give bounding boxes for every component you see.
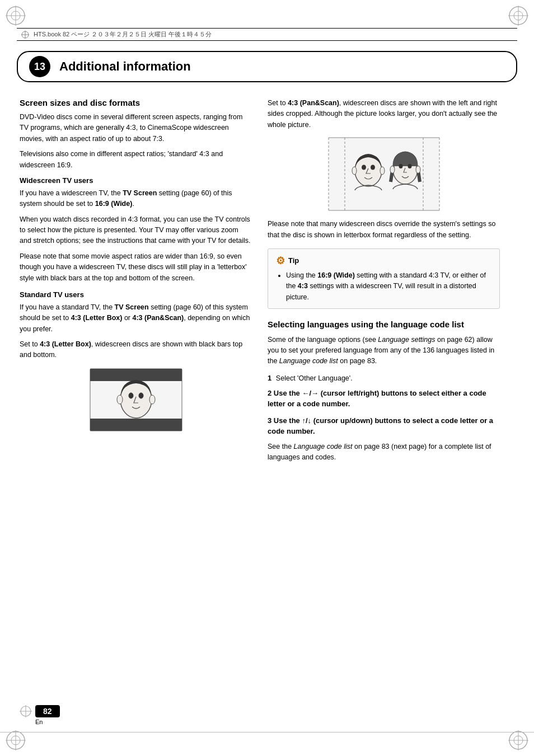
pan-scan-text: Set to 4:3 (Pan&Scan), widescreen discs … bbox=[268, 98, 500, 130]
right-column: Set to 4:3 (Pan&Scan), widescreen discs … bbox=[268, 98, 500, 463]
tip-bullet: Using the 16:9 (Wide) setting with a sta… bbox=[286, 270, 491, 303]
print-header-bar: HTS.book 82 ページ ２０３年２月２５日 火曜日 午後１時４５分 bbox=[17, 28, 517, 41]
panscan-face-illustration bbox=[328, 137, 440, 211]
standard-text2: Set to 4:3 (Letter Box), widescreen disc… bbox=[20, 339, 252, 361]
bottom-right-ornament bbox=[507, 729, 530, 752]
step-3: 3 Use the ↑/↓ (cursor up/down) buttons t… bbox=[268, 415, 500, 437]
chapter-number: 13 bbox=[29, 56, 50, 77]
svg-point-37 bbox=[371, 165, 375, 170]
svg-point-38 bbox=[352, 167, 357, 175]
tip-box: ⚙ Tip Using the 16:9 (Wide) setting with… bbox=[268, 248, 500, 309]
svg-rect-20 bbox=[90, 369, 182, 381]
svg-point-25 bbox=[117, 395, 123, 404]
print-line-text: HTS.book 82 ページ ２０３年２月２５日 火曜日 午後１時４５分 bbox=[34, 30, 212, 39]
step-3-note: See the Language code list on page 83 (n… bbox=[268, 442, 500, 463]
widescreen-text1: If you have a widescreen TV, the TV Scre… bbox=[20, 188, 252, 210]
step-1-number: 1 bbox=[268, 374, 271, 382]
tip-icon: ⚙ bbox=[276, 255, 285, 267]
svg-point-24 bbox=[139, 393, 143, 398]
tip-label: Tip bbox=[288, 256, 299, 265]
crosshair-small-icon bbox=[21, 31, 29, 39]
page-lang: En bbox=[35, 719, 43, 725]
step-1: 1 Select 'Other Language'. bbox=[268, 374, 500, 382]
selecting-intro: Some of the language options (see Langua… bbox=[268, 335, 500, 367]
letterbox-face-illustration bbox=[89, 368, 183, 432]
svg-rect-21 bbox=[90, 419, 182, 431]
svg-point-42 bbox=[407, 164, 411, 168]
widescreen-text3: Please note that some movie aspect ratio… bbox=[20, 251, 252, 284]
tip-content: Using the 16:9 (Wide) setting with a sta… bbox=[276, 270, 491, 303]
svg-point-41 bbox=[399, 164, 402, 168]
svg-point-26 bbox=[149, 395, 155, 404]
chapter-header: 13 Additional information bbox=[17, 51, 517, 82]
bottom-left-ornament bbox=[4, 729, 27, 752]
svg-point-43 bbox=[390, 166, 395, 173]
step-1-text: Select 'Other Language'. bbox=[276, 374, 353, 382]
standard-text1: If you have a standard TV, the TV Screen… bbox=[20, 302, 252, 335]
svg-rect-27 bbox=[329, 138, 439, 210]
screen-intro-2: Televisions also come in different aspec… bbox=[20, 149, 252, 171]
main-content: Screen sizes and disc formats DVD-Video … bbox=[20, 98, 514, 463]
svg-point-36 bbox=[362, 165, 366, 170]
chapter-title: Additional information bbox=[59, 59, 191, 74]
screen-intro-1: DVD-Video discs come in several differen… bbox=[20, 112, 252, 144]
letterbox-note: Please note that many widescreen discs o… bbox=[268, 219, 500, 241]
panscan-illustration-container bbox=[268, 137, 500, 211]
selecting-languages-title: Selecting languages using the language c… bbox=[268, 319, 500, 330]
tip-header: ⚙ Tip bbox=[276, 255, 491, 267]
step-2: 2 Use the ←/→ (cursor left/right) button… bbox=[268, 388, 500, 410]
left-column: Screen sizes and disc formats DVD-Video … bbox=[20, 98, 252, 441]
step-2-text: 2 Use the ←/→ (cursor left/right) button… bbox=[268, 388, 500, 410]
page-number-badge: 82 bbox=[35, 705, 60, 717]
letterbox-illustration-container bbox=[20, 368, 252, 432]
svg-point-39 bbox=[380, 167, 385, 175]
bottom-crosshair-icon bbox=[20, 705, 32, 717]
step-3-text: 3 Use the ↑/↓ (cursor up/down) buttons t… bbox=[268, 415, 500, 437]
widescreen-text2: When you watch discs recorded in 4:3 for… bbox=[20, 214, 252, 247]
svg-point-23 bbox=[129, 393, 133, 398]
standard-title: Standard TV users bbox=[20, 290, 252, 299]
screen-sizes-title: Screen sizes and disc formats bbox=[20, 98, 252, 107]
widescreen-title: Widescreen TV users bbox=[20, 176, 252, 185]
top-right-ornament bbox=[507, 4, 530, 27]
bottom-line bbox=[0, 732, 534, 732]
top-left-ornament bbox=[4, 4, 27, 27]
page-number-area: 82 En bbox=[20, 705, 60, 725]
svg-point-44 bbox=[416, 166, 420, 173]
